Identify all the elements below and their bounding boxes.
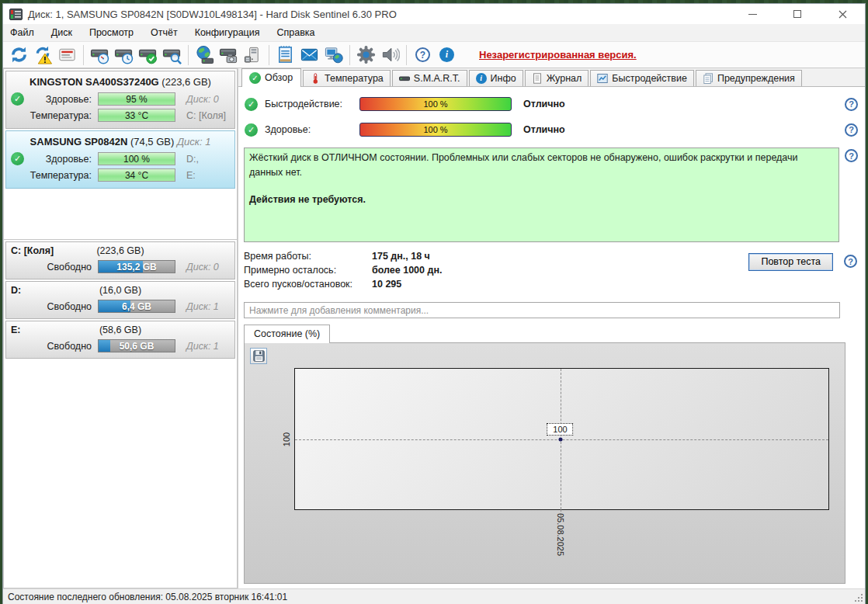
refresh-icon[interactable]	[7, 43, 31, 66]
toolbar-separator	[188, 45, 189, 65]
partition-card-d[interactable]: D: (16,0 GB) Свободно 6,4 GB Диск: 1	[5, 281, 235, 319]
stat-value: 10 295	[372, 279, 401, 293]
check-icon	[249, 72, 261, 84]
free-space-bar: 50,6 GB	[98, 339, 175, 352]
partition-list-panel: C: [Коля] (223,6 GB) Свободно 135,2 GB Д…	[3, 239, 238, 588]
health-bar: 100 %	[98, 152, 175, 165]
help-icon[interactable]	[845, 98, 858, 111]
drive-tower-icon[interactable]	[241, 43, 265, 66]
gear-icon[interactable]	[354, 43, 378, 66]
network-drive-icon[interactable]	[193, 43, 217, 66]
temp-label: Температура:	[28, 170, 98, 181]
resize-grip[interactable]	[854, 593, 863, 602]
window-title: Диск: 1, SAMSUNG SP0842N [S0DWJ10L498134…	[28, 9, 397, 20]
tab-info[interactable]: Инфо	[469, 70, 523, 86]
app-icon	[9, 9, 23, 20]
partition-size: (223,6 GB)	[96, 245, 144, 256]
maximize-button[interactable]	[775, 4, 820, 24]
tab-smart[interactable]: S.M.A.R.T.	[392, 70, 467, 86]
tab-performance[interactable]: Быстродействие	[590, 70, 694, 86]
temp-bar: 34 °C	[98, 168, 175, 182]
tab-temperature[interactable]: Температура	[303, 70, 391, 86]
x-axis-tick-label: 05.08.2025	[556, 513, 565, 556]
drive-camera-icon[interactable]	[217, 43, 241, 66]
disk-volumes: E:	[175, 170, 230, 181]
status-message-box: Жёсткий диск в ОТЛИЧНОМ состоянии. Пробл…	[244, 148, 839, 242]
chart-tab-status[interactable]: Состояние (%)	[244, 325, 330, 343]
help-icon[interactable]	[845, 123, 858, 137]
status-chart-section: Состояние (%)	[244, 325, 845, 584]
help-icon[interactable]	[844, 255, 857, 268]
titlebar: Диск: 1, SAMSUNG SP0842N [S0DWJ10L498134…	[3, 4, 865, 24]
network-icon[interactable]	[321, 43, 345, 66]
partition-card-c[interactable]: C: [Коля] (223,6 GB) Свободно 135,2 GB Д…	[5, 241, 235, 279]
toolbar-separator	[269, 45, 269, 65]
drive-check-icon[interactable]	[136, 43, 160, 66]
free-space-bar: 6,4 GB	[98, 300, 175, 313]
menubar: Файл Диск Просмотр Отчёт Конфигурация Сп…	[3, 24, 865, 41]
comment-section	[244, 302, 860, 318]
stat-value: 175 дн., 18 ч	[372, 251, 430, 265]
partition-disk: Диск: 1	[175, 341, 230, 352]
partition-card-e[interactable]: E: (58,6 GB) Свободно 50,6 GB Диск: 1	[5, 321, 235, 359]
toolbar: Незарегистрированная версия.	[3, 41, 865, 68]
free-label: Свободно	[28, 262, 98, 272]
disk-name: KINGSTON SA400S37240G	[30, 76, 159, 88]
disk-name: SAMSUNG SP0842N	[30, 136, 128, 148]
retest-button[interactable]: Повтор теста	[748, 253, 833, 271]
drive-icon	[399, 73, 410, 84]
help-icon[interactable]	[411, 43, 435, 66]
menu-configuration[interactable]: Конфигурация	[186, 26, 269, 40]
notes-icon[interactable]	[273, 43, 297, 66]
sidebar: KINGSTON SA400S37240G (223,6 GB) Здоровь…	[3, 68, 238, 588]
menu-disk[interactable]: Диск	[43, 26, 81, 40]
disk-card-samsung[interactable]: SAMSUNG SP0842N (74,5 GB) Диск: 1 Здоров…	[5, 130, 235, 189]
save-chart-button[interactable]	[250, 348, 267, 364]
unregistered-version-link[interactable]: Незарегистрированная версия.	[479, 49, 637, 61]
partition-name: C: [Коля]	[11, 245, 96, 256]
partition-disk: Диск: 0	[175, 262, 230, 272]
main-panel: Обзор Температура S.M.A.R.T. Инфо	[238, 68, 865, 588]
help-icon[interactable]	[845, 149, 858, 162]
menu-help[interactable]: Справка	[269, 26, 324, 40]
drive-gauge-icon[interactable]	[88, 43, 112, 66]
partition-disk: Диск: 1	[175, 301, 230, 312]
toolbar-separator	[83, 45, 84, 65]
tab-log[interactable]: Журнал	[525, 70, 589, 86]
statusbar-text: Состояние последнего обновления: 05.08.2…	[8, 592, 287, 602]
menu-file[interactable]: Файл	[3, 26, 43, 40]
report-icon[interactable]	[55, 43, 79, 66]
menu-view[interactable]: Просмотр	[81, 26, 142, 40]
partition-name: D:	[11, 285, 99, 296]
tab-alerts[interactable]: Предупреждения	[696, 70, 802, 86]
sound-icon[interactable]	[378, 43, 402, 66]
toolbar-separator	[406, 45, 407, 65]
health-status: Отлично	[523, 124, 565, 135]
performance-row: Быстродействие: 100 % Отлично	[244, 95, 860, 113]
comment-input[interactable]	[244, 302, 840, 318]
stat-label: Время работы:	[244, 251, 372, 265]
document-icon	[532, 73, 543, 84]
info-icon[interactable]	[435, 43, 459, 66]
thermometer-icon	[310, 73, 321, 84]
health-label: Здоровье:	[265, 124, 359, 135]
drive-clock-icon[interactable]	[112, 43, 136, 66]
disk-list-panel: KINGSTON SA400S37240G (223,6 GB) Здоровь…	[3, 68, 238, 240]
status-message-row: Жёсткий диск в ОТЛИЧНОМ состоянии. Пробл…	[244, 148, 860, 242]
overview-tab-content: Быстродействие: 100 % Отлично Здоровье: …	[238, 87, 865, 588]
minimize-button[interactable]	[730, 4, 775, 24]
refresh-warning-icon[interactable]	[31, 43, 55, 66]
performance-status: Отлично	[523, 99, 565, 109]
close-button[interactable]	[820, 4, 865, 24]
info-icon	[476, 73, 487, 84]
tab-overview[interactable]: Обзор	[241, 68, 301, 87]
chart-icon	[597, 73, 608, 84]
disk-number-tag: Диск: 1	[177, 136, 210, 148]
status-action-text: Действия не требуются.	[249, 193, 834, 207]
disk-card-kingston[interactable]: KINGSTON SA400S37240G (223,6 GB) Здоровь…	[5, 71, 235, 129]
ok-icon	[245, 123, 258, 137]
mail-icon[interactable]	[297, 43, 321, 66]
menu-report[interactable]: Отчёт	[142, 26, 186, 40]
drive-search-icon[interactable]	[160, 43, 184, 66]
performance-gauge: 100 %	[359, 97, 512, 111]
